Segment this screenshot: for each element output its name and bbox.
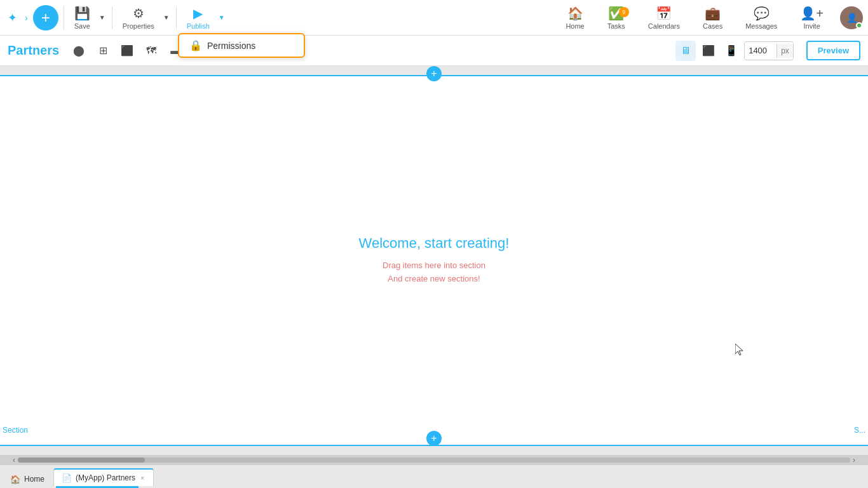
canvas-area: + Welcome, start creating! Drag items he… — [0, 66, 868, 465]
publish-dropdown[interactable]: ▼ — [217, 11, 226, 24]
welcome-sub: Drag items here into section And create … — [359, 259, 510, 286]
online-indicator — [856, 22, 862, 29]
toolbar-left: ✦ › + 💾 Save ▼ ⚙ Properties ▼ ▶ Publish … — [5, 3, 559, 32]
bottom-add-section-btn[interactable]: + — [426, 431, 442, 446]
publish-button[interactable]: ▶ Publish — [182, 3, 215, 32]
user-avatar[interactable]: 👤 — [840, 6, 863, 29]
invite-nav-button[interactable]: 👤+ Invite — [794, 3, 830, 32]
save-dropdown[interactable]: ▼ — [98, 11, 107, 24]
tasks-nav-label: Tasks — [607, 22, 625, 30]
calendars-nav-label: Calendars — [648, 22, 680, 30]
calendars-nav-button[interactable]: 📅 Calendars — [642, 3, 686, 32]
page-bar: Partners ⬤ ⊞ ⬛ 🗺 ▬ ▬ ▬ 🖥 ⬛ 📱 px Preview — [0, 36, 868, 66]
home-nav-button[interactable]: 🏠 Home — [559, 3, 590, 32]
width-input-wrapper: px — [744, 41, 794, 60]
scrollbar-thumb[interactable] — [18, 458, 145, 463]
messages-nav-label: Messages — [745, 22, 777, 30]
save-chevron-icon: ▼ — [99, 14, 105, 21]
viewport-buttons: 🖥 ⬛ 📱 px Preview — [675, 41, 860, 61]
app-tab-wrapper: 📄 (MyApp) Partners × — [53, 468, 154, 488]
canvas-wrapper: + Welcome, start creating! Drag items he… — [0, 66, 868, 455]
app-tab-icon: 📄 — [62, 473, 72, 483]
messages-icon: 💬 — [754, 6, 770, 21]
calendars-icon: 📅 — [656, 6, 672, 21]
welcome-title: Welcome, start creating! — [359, 235, 510, 252]
app-tab[interactable]: 📄 (MyApp) Partners × — [53, 468, 154, 486]
avatar-initials: 👤 — [846, 13, 857, 23]
tasks-badge: 9 — [619, 7, 629, 17]
page-grid-icon[interactable]: ⊞ — [93, 41, 112, 60]
app-tab-label: (MyApp) Partners — [76, 473, 135, 482]
tasks-nav-wrapper: ✅ Tasks 9 — [601, 3, 632, 32]
back-icon[interactable]: ✦ — [5, 8, 20, 27]
page-layers-icon[interactable]: ⬛ — [118, 41, 137, 60]
preview-button[interactable]: Preview — [806, 41, 860, 60]
section-label-left: Section — [3, 426, 28, 435]
publish-icon: ▶ — [193, 6, 203, 21]
publish-chevron-icon: ▼ — [219, 14, 225, 21]
add-button[interactable]: + — [33, 5, 58, 30]
page-map-icon[interactable]: 🗺 — [142, 41, 161, 60]
top-toolbar: ✦ › + 💾 Save ▼ ⚙ Properties ▼ ▶ Publish … — [0, 0, 868, 36]
welcome-content: Welcome, start creating! Drag items here… — [359, 235, 510, 286]
horizontal-scrollbar[interactable]: ‹ › — [0, 455, 868, 465]
divider-2 — [112, 6, 112, 29]
save-label: Save — [74, 22, 90, 30]
tablet-landscape-viewport-btn[interactable]: ⬛ — [698, 41, 719, 61]
tasks-nav-button[interactable]: ✅ Tasks — [601, 3, 632, 32]
tablet-portrait-viewport-btn[interactable]: 📱 — [721, 41, 742, 61]
app-tab-close[interactable]: × — [139, 473, 146, 482]
properties-icon: ⚙ — [133, 6, 144, 21]
width-input[interactable] — [745, 43, 776, 58]
home-tab-label: Home — [24, 475, 44, 484]
lock-icon: 🔒 — [189, 39, 202, 51]
scrollbar-track[interactable] — [18, 458, 850, 463]
divider-3 — [176, 6, 177, 29]
cases-icon: 💼 — [705, 6, 721, 21]
home-tab[interactable]: 🏠 Home — [3, 470, 52, 488]
bottom-add-circle[interactable]: + — [426, 431, 442, 446]
invite-icon: 👤+ — [800, 6, 824, 21]
cases-nav-button[interactable]: 💼 Cases — [696, 3, 729, 32]
page-title: Partners — [8, 43, 59, 58]
permissions-label: Permissions — [207, 41, 255, 51]
invite-nav-label: Invite — [804, 22, 820, 30]
scroll-left-arrow[interactable]: ‹ — [10, 456, 18, 464]
publish-label: Publish — [187, 22, 210, 30]
chevron-right-icon[interactable]: › — [22, 10, 31, 25]
properties-dropdown[interactable]: ▼ — [162, 11, 171, 24]
home-icon: 🏠 — [567, 6, 583, 21]
page-circle-icon[interactable]: ⬤ — [69, 41, 88, 60]
cases-nav-label: Cases — [703, 22, 722, 30]
scroll-right-arrow[interactable]: › — [850, 456, 858, 464]
home-tab-icon: 🏠 — [10, 475, 20, 484]
top-add-section-btn[interactable]: + — [426, 66, 442, 81]
desktop-viewport-btn[interactable]: 🖥 — [675, 41, 696, 61]
properties-button[interactable]: ⚙ Properties — [118, 3, 159, 32]
width-unit-label: px — [776, 44, 793, 58]
welcome-sub1: Drag items here into section — [383, 261, 485, 270]
home-nav-label: Home — [566, 22, 584, 30]
properties-chevron-icon: ▼ — [163, 14, 170, 21]
save-button[interactable]: 💾 Save — [69, 3, 95, 32]
bottom-tabs: 🏠 Home 📄 (MyApp) Partners × — [0, 465, 868, 488]
divider-1 — [64, 6, 64, 29]
welcome-sub2: And create new sections! — [388, 274, 480, 283]
properties-label: Properties — [123, 22, 154, 30]
canvas-content: Welcome, start creating! Drag items here… — [0, 75, 868, 446]
permissions-dropdown-popup[interactable]: 🔒 Permissions — [178, 33, 305, 58]
messages-nav-button[interactable]: 💬 Messages — [739, 3, 783, 32]
toolbar-right: 🏠 Home ✅ Tasks 9 📅 Calendars 💼 Cases 💬 M… — [559, 3, 863, 32]
save-icon: 💾 — [74, 6, 90, 21]
top-add-circle[interactable]: + — [426, 66, 442, 81]
section-label-right: S... — [854, 426, 865, 435]
